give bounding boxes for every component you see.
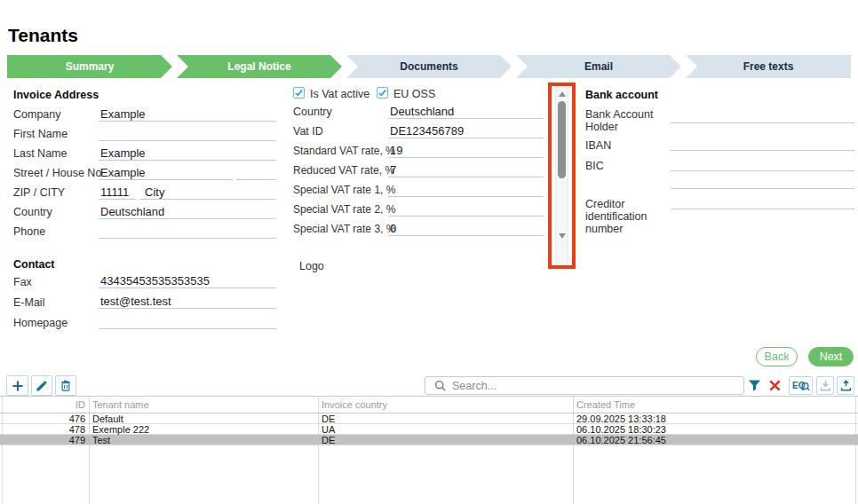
cell-created-time: 06.10.2025 21:56:45 <box>576 435 666 445</box>
download-button[interactable] <box>816 376 834 395</box>
cell-tenant-name: Test <box>92 435 110 445</box>
plus-icon <box>11 379 25 393</box>
bic-field[interactable] <box>671 157 854 171</box>
zip-field[interactable]: 11111 <box>99 185 136 200</box>
cell-invoice-country: DE <box>322 435 335 445</box>
contact-title: Contact <box>13 258 55 271</box>
vat-active-checkbox-label[interactable]: Is Vat active <box>310 88 369 100</box>
upload-icon <box>840 380 852 391</box>
special-vat-1-field[interactable] <box>388 183 544 197</box>
filter-button[interactable] <box>746 375 762 396</box>
standard-vat-field[interactable]: 19 <box>388 144 544 158</box>
fax-label: Fax <box>13 276 32 288</box>
city-field[interactable]: City <box>139 185 276 200</box>
iban-field[interactable] <box>671 137 854 151</box>
header-id[interactable]: ID <box>0 397 85 413</box>
bank-holder-field[interactable] <box>671 109 854 123</box>
cell-id: 478 <box>0 424 85 435</box>
company-label: Company <box>13 108 61 121</box>
eu-oss-checkbox[interactable] <box>377 87 388 98</box>
next-button[interactable]: Next <box>808 347 854 366</box>
clear-filter-x-icon <box>768 379 782 392</box>
first-name-field[interactable] <box>99 127 276 141</box>
table-row[interactable]: 476 Default DE 29.09.2025 13:33:18 <box>0 413 858 424</box>
country-label: Country <box>13 206 52 218</box>
step-documents[interactable]: Documents <box>346 55 512 78</box>
checkbox-check-icon <box>377 88 387 98</box>
header-created-time[interactable]: Created Time <box>576 397 635 413</box>
cell-created-time: 29.09.2025 13:33:18 <box>576 413 666 424</box>
creditor-id-field[interactable] <box>671 195 854 209</box>
table-row-selected[interactable]: 479 Test DE 06.10.2025 21:56:45 <box>0 435 858 445</box>
back-button[interactable]: Back <box>756 347 798 366</box>
table-row[interactable]: 478 Exemple 222 UA 06.10.2025 18:30:23 <box>0 424 858 435</box>
delete-button[interactable] <box>55 375 76 396</box>
invoice-address-title: Invoice Address <box>13 89 99 101</box>
step-legal-notice[interactable]: Legal Notice <box>177 55 342 78</box>
special-vat-3-field[interactable]: 0 <box>388 222 544 236</box>
add-button[interactable] <box>6 375 28 396</box>
cell-tenant-name: Default <box>92 413 123 424</box>
vat-country-label: Country <box>293 106 332 118</box>
step-free-texts[interactable]: Free texts <box>686 55 851 78</box>
search-input[interactable] <box>452 378 743 393</box>
tenants-page: Tenants Summary Legal Notice Documents E… <box>0 0 858 504</box>
column-search-button[interactable]: EQ <box>789 376 813 395</box>
house-no-field[interactable] <box>236 166 276 180</box>
reduced-vat-label: Reduced VAT rate, % <box>293 164 394 177</box>
email-label: E-Mail <box>13 296 44 309</box>
edit-button[interactable] <box>31 375 52 396</box>
special-vat-2-label: Special VAT rate 2, % <box>293 203 395 216</box>
upload-button[interactable] <box>837 376 854 395</box>
cell-created-time: 06.10.2025 18:30:23 <box>576 424 666 435</box>
cell-id: 479 <box>0 435 85 445</box>
scroll-up-icon[interactable] <box>559 91 566 97</box>
vat-id-field[interactable]: DE123456789 <box>388 124 544 138</box>
street-label: Street / House No <box>13 167 101 179</box>
bic-label: BIC <box>585 160 604 172</box>
street-field[interactable]: Example <box>99 166 233 180</box>
step-summary[interactable]: Summary <box>7 55 172 78</box>
cell-invoice-country: DE <box>322 413 335 424</box>
company-field[interactable]: Example <box>99 107 276 122</box>
zip-city-label: ZIP / CITY <box>13 186 65 199</box>
reduced-vat-field[interactable]: 7 <box>388 163 544 177</box>
phone-field[interactable] <box>99 224 276 239</box>
special-vat-2-field[interactable] <box>388 202 544 217</box>
scrollbar[interactable] <box>555 86 568 265</box>
search-box[interactable] <box>425 376 744 395</box>
annotation-highlight-box <box>548 83 576 269</box>
scroll-down-icon[interactable] <box>559 233 566 239</box>
bank-account-title: Bank account <box>585 89 658 101</box>
header-invoice-country[interactable]: Invoice country <box>322 397 387 413</box>
email-field[interactable]: test@test.test <box>99 295 276 309</box>
homepage-field[interactable] <box>99 315 276 329</box>
fax-field[interactable]: 43435453535353535 <box>99 274 276 288</box>
trash-icon <box>60 379 72 392</box>
clear-filter-button[interactable] <box>767 375 783 396</box>
download-icon <box>820 380 831 391</box>
step-email[interactable]: Email <box>516 55 681 78</box>
cell-invoice-country: UA <box>322 424 335 435</box>
country-field[interactable]: Deutschland <box>99 205 276 219</box>
phone-label: Phone <box>13 225 45 238</box>
table-header-row: ID Tenant name Invoice country Created T… <box>0 397 858 413</box>
wizard-steps: Summary Legal Notice Documents Email Fre… <box>7 55 851 78</box>
standard-vat-label: Standard VAT rate, % <box>293 145 395 157</box>
header-tenant-name[interactable]: Tenant name <box>92 397 149 413</box>
homepage-label: Homepage <box>13 317 68 329</box>
bank-extra-field[interactable] <box>671 175 854 189</box>
iban-label: IBAN <box>585 139 611 152</box>
eu-oss-checkbox-label[interactable]: EU OSS <box>393 88 435 100</box>
bank-holder-label: Bank Account Holder <box>585 108 667 133</box>
pencil-icon <box>36 380 48 392</box>
special-vat-3-label: Special VAT rate 3, % <box>293 223 395 235</box>
vat-active-checkbox[interactable] <box>293 87 305 98</box>
first-name-label: First Name <box>13 128 68 140</box>
vat-country-field[interactable]: Deutschland <box>388 105 544 119</box>
last-name-field[interactable]: Example <box>99 146 276 161</box>
scrollbar-thumb[interactable] <box>558 101 566 178</box>
vat-id-label: Vat ID <box>293 125 323 138</box>
cell-tenant-name: Exemple 222 <box>92 424 149 435</box>
logo-label: Logo <box>299 260 324 272</box>
